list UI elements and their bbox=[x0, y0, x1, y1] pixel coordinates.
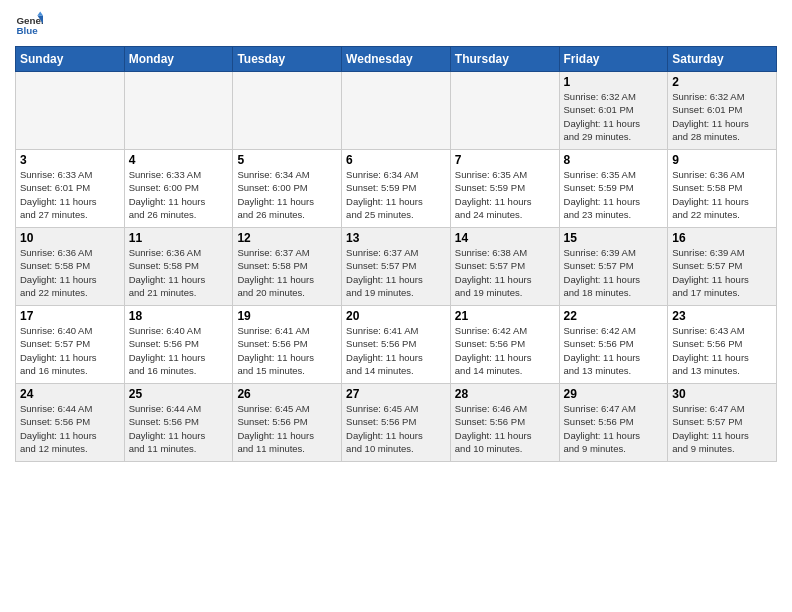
day-info: Sunrise: 6:47 AM Sunset: 5:57 PM Dayligh… bbox=[672, 402, 772, 455]
header-sunday: Sunday bbox=[16, 47, 125, 72]
day-number: 28 bbox=[455, 387, 555, 401]
day-number: 23 bbox=[672, 309, 772, 323]
day-info: Sunrise: 6:42 AM Sunset: 5:56 PM Dayligh… bbox=[564, 324, 664, 377]
calendar-cell: 15Sunrise: 6:39 AM Sunset: 5:57 PM Dayli… bbox=[559, 228, 668, 306]
calendar-table: SundayMondayTuesdayWednesdayThursdayFrid… bbox=[15, 46, 777, 462]
day-number: 15 bbox=[564, 231, 664, 245]
calendar-cell: 13Sunrise: 6:37 AM Sunset: 5:57 PM Dayli… bbox=[342, 228, 451, 306]
day-number: 25 bbox=[129, 387, 229, 401]
day-number: 19 bbox=[237, 309, 337, 323]
calendar-cell: 23Sunrise: 6:43 AM Sunset: 5:56 PM Dayli… bbox=[668, 306, 777, 384]
day-info: Sunrise: 6:36 AM Sunset: 5:58 PM Dayligh… bbox=[20, 246, 120, 299]
day-info: Sunrise: 6:33 AM Sunset: 6:01 PM Dayligh… bbox=[20, 168, 120, 221]
day-info: Sunrise: 6:39 AM Sunset: 5:57 PM Dayligh… bbox=[564, 246, 664, 299]
logo: General Blue bbox=[15, 10, 47, 38]
day-number: 21 bbox=[455, 309, 555, 323]
day-info: Sunrise: 6:40 AM Sunset: 5:57 PM Dayligh… bbox=[20, 324, 120, 377]
header-saturday: Saturday bbox=[668, 47, 777, 72]
day-info: Sunrise: 6:37 AM Sunset: 5:57 PM Dayligh… bbox=[346, 246, 446, 299]
day-number: 6 bbox=[346, 153, 446, 167]
calendar-cell bbox=[16, 72, 125, 150]
calendar-cell bbox=[450, 72, 559, 150]
day-info: Sunrise: 6:32 AM Sunset: 6:01 PM Dayligh… bbox=[564, 90, 664, 143]
calendar-cell: 22Sunrise: 6:42 AM Sunset: 5:56 PM Dayli… bbox=[559, 306, 668, 384]
calendar-cell: 28Sunrise: 6:46 AM Sunset: 5:56 PM Dayli… bbox=[450, 384, 559, 462]
day-number: 27 bbox=[346, 387, 446, 401]
calendar-cell: 29Sunrise: 6:47 AM Sunset: 5:56 PM Dayli… bbox=[559, 384, 668, 462]
calendar-cell: 1Sunrise: 6:32 AM Sunset: 6:01 PM Daylig… bbox=[559, 72, 668, 150]
day-number: 30 bbox=[672, 387, 772, 401]
day-number: 5 bbox=[237, 153, 337, 167]
calendar-cell: 12Sunrise: 6:37 AM Sunset: 5:58 PM Dayli… bbox=[233, 228, 342, 306]
day-number: 16 bbox=[672, 231, 772, 245]
calendar-cell bbox=[124, 72, 233, 150]
calendar-cell: 18Sunrise: 6:40 AM Sunset: 5:56 PM Dayli… bbox=[124, 306, 233, 384]
header-monday: Monday bbox=[124, 47, 233, 72]
calendar-cell: 3Sunrise: 6:33 AM Sunset: 6:01 PM Daylig… bbox=[16, 150, 125, 228]
calendar-week-3: 17Sunrise: 6:40 AM Sunset: 5:57 PM Dayli… bbox=[16, 306, 777, 384]
day-info: Sunrise: 6:35 AM Sunset: 5:59 PM Dayligh… bbox=[564, 168, 664, 221]
day-info: Sunrise: 6:36 AM Sunset: 5:58 PM Dayligh… bbox=[129, 246, 229, 299]
calendar-week-2: 10Sunrise: 6:36 AM Sunset: 5:58 PM Dayli… bbox=[16, 228, 777, 306]
day-number: 1 bbox=[564, 75, 664, 89]
day-number: 20 bbox=[346, 309, 446, 323]
calendar-header-row: SundayMondayTuesdayWednesdayThursdayFrid… bbox=[16, 47, 777, 72]
day-number: 18 bbox=[129, 309, 229, 323]
day-info: Sunrise: 6:36 AM Sunset: 5:58 PM Dayligh… bbox=[672, 168, 772, 221]
day-info: Sunrise: 6:47 AM Sunset: 5:56 PM Dayligh… bbox=[564, 402, 664, 455]
calendar-cell bbox=[233, 72, 342, 150]
header-wednesday: Wednesday bbox=[342, 47, 451, 72]
day-number: 3 bbox=[20, 153, 120, 167]
day-number: 11 bbox=[129, 231, 229, 245]
calendar-cell bbox=[342, 72, 451, 150]
day-info: Sunrise: 6:32 AM Sunset: 6:01 PM Dayligh… bbox=[672, 90, 772, 143]
calendar-cell: 24Sunrise: 6:44 AM Sunset: 5:56 PM Dayli… bbox=[16, 384, 125, 462]
calendar-cell: 2Sunrise: 6:32 AM Sunset: 6:01 PM Daylig… bbox=[668, 72, 777, 150]
header-tuesday: Tuesday bbox=[233, 47, 342, 72]
calendar-cell: 8Sunrise: 6:35 AM Sunset: 5:59 PM Daylig… bbox=[559, 150, 668, 228]
header-friday: Friday bbox=[559, 47, 668, 72]
day-number: 26 bbox=[237, 387, 337, 401]
calendar-cell: 6Sunrise: 6:34 AM Sunset: 5:59 PM Daylig… bbox=[342, 150, 451, 228]
header: General Blue bbox=[15, 10, 777, 38]
day-number: 13 bbox=[346, 231, 446, 245]
day-info: Sunrise: 6:44 AM Sunset: 5:56 PM Dayligh… bbox=[20, 402, 120, 455]
day-info: Sunrise: 6:40 AM Sunset: 5:56 PM Dayligh… bbox=[129, 324, 229, 377]
svg-marker-3 bbox=[37, 11, 43, 15]
calendar-cell: 17Sunrise: 6:40 AM Sunset: 5:57 PM Dayli… bbox=[16, 306, 125, 384]
day-number: 22 bbox=[564, 309, 664, 323]
day-info: Sunrise: 6:34 AM Sunset: 5:59 PM Dayligh… bbox=[346, 168, 446, 221]
main-container: General Blue SundayMondayTuesdayWednesda… bbox=[0, 0, 792, 472]
calendar-cell: 4Sunrise: 6:33 AM Sunset: 6:00 PM Daylig… bbox=[124, 150, 233, 228]
day-info: Sunrise: 6:37 AM Sunset: 5:58 PM Dayligh… bbox=[237, 246, 337, 299]
calendar-cell: 19Sunrise: 6:41 AM Sunset: 5:56 PM Dayli… bbox=[233, 306, 342, 384]
calendar-cell: 21Sunrise: 6:42 AM Sunset: 5:56 PM Dayli… bbox=[450, 306, 559, 384]
calendar-week-0: 1Sunrise: 6:32 AM Sunset: 6:01 PM Daylig… bbox=[16, 72, 777, 150]
day-number: 12 bbox=[237, 231, 337, 245]
day-info: Sunrise: 6:33 AM Sunset: 6:00 PM Dayligh… bbox=[129, 168, 229, 221]
day-info: Sunrise: 6:45 AM Sunset: 5:56 PM Dayligh… bbox=[237, 402, 337, 455]
calendar-cell: 16Sunrise: 6:39 AM Sunset: 5:57 PM Dayli… bbox=[668, 228, 777, 306]
calendar-cell: 25Sunrise: 6:44 AM Sunset: 5:56 PM Dayli… bbox=[124, 384, 233, 462]
day-number: 2 bbox=[672, 75, 772, 89]
calendar-cell: 26Sunrise: 6:45 AM Sunset: 5:56 PM Dayli… bbox=[233, 384, 342, 462]
calendar-cell: 30Sunrise: 6:47 AM Sunset: 5:57 PM Dayli… bbox=[668, 384, 777, 462]
day-info: Sunrise: 6:44 AM Sunset: 5:56 PM Dayligh… bbox=[129, 402, 229, 455]
day-info: Sunrise: 6:42 AM Sunset: 5:56 PM Dayligh… bbox=[455, 324, 555, 377]
calendar-cell: 20Sunrise: 6:41 AM Sunset: 5:56 PM Dayli… bbox=[342, 306, 451, 384]
day-info: Sunrise: 6:34 AM Sunset: 6:00 PM Dayligh… bbox=[237, 168, 337, 221]
calendar-cell: 7Sunrise: 6:35 AM Sunset: 5:59 PM Daylig… bbox=[450, 150, 559, 228]
calendar-cell: 27Sunrise: 6:45 AM Sunset: 5:56 PM Dayli… bbox=[342, 384, 451, 462]
day-number: 7 bbox=[455, 153, 555, 167]
day-number: 14 bbox=[455, 231, 555, 245]
day-info: Sunrise: 6:35 AM Sunset: 5:59 PM Dayligh… bbox=[455, 168, 555, 221]
day-info: Sunrise: 6:41 AM Sunset: 5:56 PM Dayligh… bbox=[346, 324, 446, 377]
day-number: 10 bbox=[20, 231, 120, 245]
day-info: Sunrise: 6:39 AM Sunset: 5:57 PM Dayligh… bbox=[672, 246, 772, 299]
day-info: Sunrise: 6:46 AM Sunset: 5:56 PM Dayligh… bbox=[455, 402, 555, 455]
logo-icon: General Blue bbox=[15, 10, 43, 38]
day-info: Sunrise: 6:45 AM Sunset: 5:56 PM Dayligh… bbox=[346, 402, 446, 455]
day-info: Sunrise: 6:43 AM Sunset: 5:56 PM Dayligh… bbox=[672, 324, 772, 377]
calendar-cell: 14Sunrise: 6:38 AM Sunset: 5:57 PM Dayli… bbox=[450, 228, 559, 306]
calendar-cell: 9Sunrise: 6:36 AM Sunset: 5:58 PM Daylig… bbox=[668, 150, 777, 228]
